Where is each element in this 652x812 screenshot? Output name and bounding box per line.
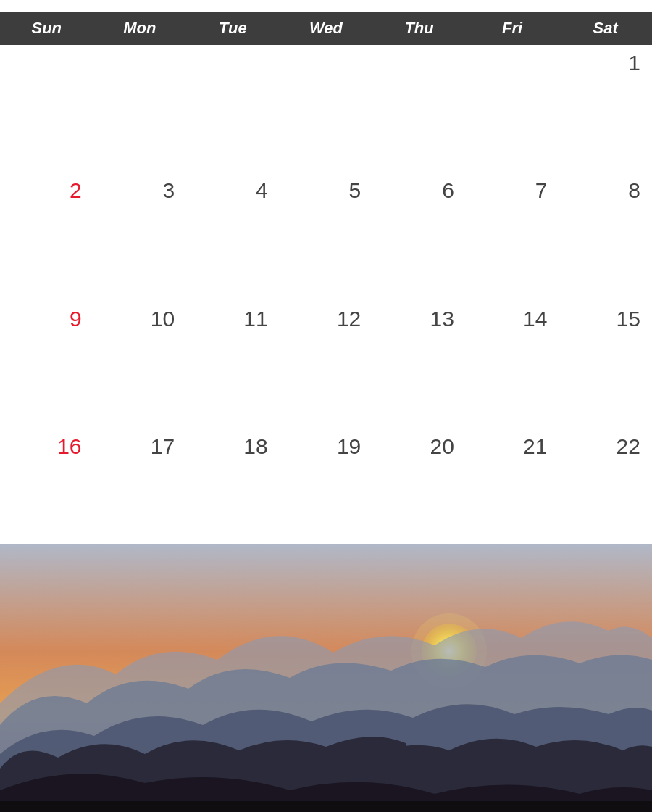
day-number: 5 xyxy=(349,178,361,203)
calendar-cell[interactable]: 20 xyxy=(372,428,466,556)
calendar-cell[interactable]: 9 xyxy=(0,301,93,428)
calendar-cell xyxy=(0,45,93,173)
calendar-container: Sun Mon Tue Wed Thu Fri Sat 123456789101… xyxy=(0,0,652,812)
calendar-cell[interactable]: 18 xyxy=(186,428,280,556)
header-sat: Sat xyxy=(559,12,652,45)
day-number: 10 xyxy=(151,307,175,331)
day-number: 8 xyxy=(628,178,640,203)
svg-rect-3 xyxy=(0,801,652,812)
month-title xyxy=(0,0,652,10)
header-fri: Fri xyxy=(466,12,559,45)
calendar-cell[interactable]: 2 xyxy=(0,173,93,300)
calendar-cell[interactable]: 17 xyxy=(93,428,187,556)
calendar-cell[interactable]: 12 xyxy=(280,301,373,428)
calendar-cell[interactable]: 21 xyxy=(466,428,559,556)
header-thu: Thu xyxy=(372,12,466,45)
calendar-cell xyxy=(280,45,373,173)
calendar-cell[interactable]: 15 xyxy=(559,301,652,428)
calendar-cell[interactable]: 6 xyxy=(372,173,466,300)
calendar-cell[interactable]: 13 xyxy=(372,301,466,428)
day-number: 11 xyxy=(243,307,267,331)
calendar-cell[interactable]: 11 xyxy=(186,301,280,428)
day-number: 15 xyxy=(617,307,640,331)
calendar-cell[interactable]: 1 xyxy=(559,45,652,173)
calendar-cell[interactable]: 14 xyxy=(466,301,559,428)
header-mon: Mon xyxy=(93,12,187,45)
mountain-scene xyxy=(0,544,652,812)
calendar-cell[interactable]: 5 xyxy=(280,173,373,300)
calendar-cell xyxy=(372,45,466,173)
days-header: Sun Mon Tue Wed Thu Fri Sat xyxy=(0,12,652,45)
calendar-cell xyxy=(186,45,280,173)
day-number: 14 xyxy=(523,307,547,331)
calendar-cell[interactable]: 10 xyxy=(93,301,187,428)
day-number: 16 xyxy=(57,434,81,459)
calendar-cell[interactable]: 16 xyxy=(0,428,93,556)
day-number: 4 xyxy=(256,178,268,203)
day-number: 13 xyxy=(430,307,454,331)
calendar-cell[interactable]: 19 xyxy=(280,428,373,556)
header-sun: Sun xyxy=(0,12,93,45)
calendar-cell[interactable]: 22 xyxy=(559,428,652,556)
day-number: 3 xyxy=(162,178,175,203)
day-number: 7 xyxy=(535,178,548,203)
header-wed: Wed xyxy=(280,12,373,45)
header-tue: Tue xyxy=(186,12,280,45)
calendar-cell[interactable]: 7 xyxy=(466,173,559,300)
calendar-cell xyxy=(93,45,187,173)
calendar-cell[interactable]: 8 xyxy=(559,173,652,300)
day-number: 20 xyxy=(430,434,454,459)
calendar-cell[interactable]: 4 xyxy=(186,173,280,300)
day-number: 19 xyxy=(337,434,361,459)
day-number: 17 xyxy=(151,434,175,459)
calendar-cell[interactable]: 3 xyxy=(93,173,187,300)
day-number: 21 xyxy=(523,434,547,459)
day-number: 12 xyxy=(337,307,361,331)
day-number: 2 xyxy=(70,178,82,203)
day-number: 18 xyxy=(243,434,267,459)
day-number: 1 xyxy=(628,51,640,75)
day-number: 6 xyxy=(442,178,454,203)
day-number: 9 xyxy=(70,307,82,331)
day-number: 22 xyxy=(617,434,640,459)
calendar-cell xyxy=(466,45,559,173)
